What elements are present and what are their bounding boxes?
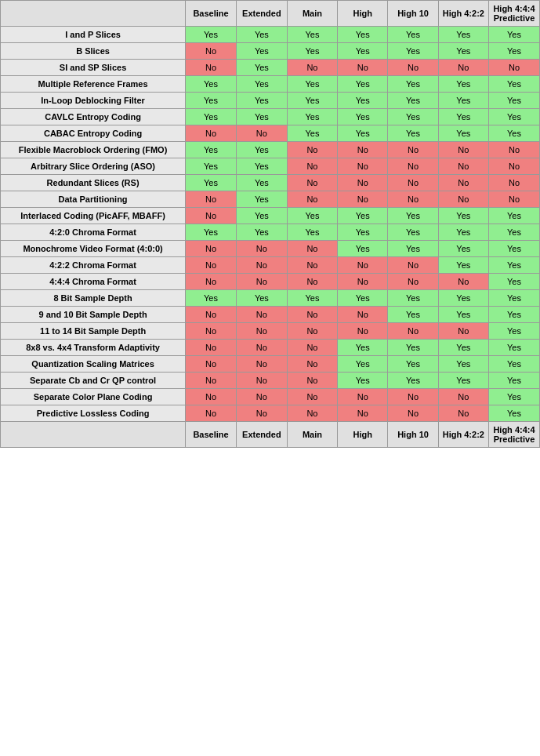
cell-main: No — [287, 257, 337, 274]
cell-high10: Yes — [388, 224, 438, 241]
cell-baseline: No — [186, 241, 237, 257]
table-row: 4:2:2 Chroma FormatNoNoNoNoNoYesYes — [1, 257, 540, 274]
cell-extended: Yes — [236, 76, 287, 93]
cell-high422: Yes — [438, 125, 488, 142]
cell-high: No — [338, 274, 388, 290]
cell-baseline: Yes — [186, 158, 237, 175]
cell-high444p: No — [488, 191, 539, 208]
cell-high10: Yes — [388, 340, 438, 356]
cell-high444p: Yes — [488, 405, 539, 422]
cell-high: Yes — [338, 76, 388, 93]
cell-high: Yes — [338, 290, 388, 307]
feature-label: B Slices — [1, 43, 186, 60]
cell-high10: Yes — [388, 307, 438, 323]
cell-high422: Yes — [438, 109, 488, 125]
header-high422: High 4:2:2 — [438, 1, 488, 27]
cell-extended: Yes — [236, 43, 287, 60]
cell-main: No — [287, 373, 337, 389]
cell-main: Yes — [287, 76, 337, 93]
table-row: Arbitrary Slice Ordering (ASO)YesYesNoNo… — [1, 158, 540, 175]
cell-baseline: No — [186, 125, 237, 142]
cell-high444p: Yes — [488, 27, 539, 43]
cell-main: No — [287, 142, 337, 158]
feature-label: Quantization Scaling Matrices — [1, 356, 186, 373]
cell-high: No — [338, 323, 388, 340]
cell-high: No — [338, 60, 388, 76]
cell-baseline: Yes — [186, 175, 237, 191]
footer-high422: High 4:2:2 — [438, 422, 488, 448]
cell-high10: No — [388, 158, 438, 175]
cell-high444p: Yes — [488, 340, 539, 356]
cell-high422: No — [438, 158, 488, 175]
table-row: 4:2:0 Chroma FormatYesYesYesYesYesYesYes — [1, 224, 540, 241]
cell-extended: Yes — [236, 208, 287, 224]
table-row: 8 Bit Sample DepthYesYesYesYesYesYesYes — [1, 290, 540, 307]
cell-high444p: No — [488, 142, 539, 158]
cell-baseline: No — [186, 60, 237, 76]
footer-extended: Extended — [236, 422, 287, 448]
cell-high422: No — [438, 191, 488, 208]
cell-main: No — [287, 389, 337, 405]
table-row: 11 to 14 Bit Sample DepthNoNoNoNoNoNoYes — [1, 323, 540, 340]
cell-high422: Yes — [438, 43, 488, 60]
cell-extended: Yes — [236, 142, 287, 158]
feature-label: I and P Slices — [1, 27, 186, 43]
cell-high444p: Yes — [488, 109, 539, 125]
cell-extended: No — [236, 257, 287, 274]
cell-baseline: No — [186, 373, 237, 389]
cell-extended: Yes — [236, 60, 287, 76]
table-row: Flexible Macroblock Ordering (FMO)YesYes… — [1, 142, 540, 158]
cell-main: No — [287, 175, 337, 191]
feature-label: Predictive Lossless Coding — [1, 405, 186, 422]
cell-high422: No — [438, 274, 488, 290]
feature-label: CABAC Entropy Coding — [1, 125, 186, 142]
cell-high: Yes — [338, 373, 388, 389]
cell-high422: Yes — [438, 356, 488, 373]
feature-label: 8 Bit Sample Depth — [1, 290, 186, 307]
table-row: Predictive Lossless CodingNoNoNoNoNoNoYe… — [1, 405, 540, 422]
table-row: Monochrome Video Format (4:0:0)NoNoNoYes… — [1, 241, 540, 257]
footer-main: Main — [287, 422, 337, 448]
cell-high422: Yes — [438, 241, 488, 257]
cell-extended: Yes — [236, 175, 287, 191]
cell-extended: No — [236, 405, 287, 422]
cell-main: Yes — [287, 125, 337, 142]
table-row: 4:4:4 Chroma FormatNoNoNoNoNoNoYes — [1, 274, 540, 290]
cell-high444p: Yes — [488, 290, 539, 307]
feature-label: Separate Color Plane Coding — [1, 389, 186, 405]
cell-high422: Yes — [438, 93, 488, 109]
cell-baseline: No — [186, 257, 237, 274]
cell-main: Yes — [287, 93, 337, 109]
feature-label: Data Partitioning — [1, 191, 186, 208]
feature-label: 4:2:0 Chroma Format — [1, 224, 186, 241]
cell-high444p: Yes — [488, 125, 539, 142]
cell-extended: No — [236, 356, 287, 373]
header-feature — [1, 1, 186, 27]
cell-main: No — [287, 241, 337, 257]
table-row: 8x8 vs. 4x4 Transform AdaptivityNoNoNoYe… — [1, 340, 540, 356]
cell-high: Yes — [338, 125, 388, 142]
feature-label: Monochrome Video Format (4:0:0) — [1, 241, 186, 257]
feature-label: Flexible Macroblock Ordering (FMO) — [1, 142, 186, 158]
cell-high422: Yes — [438, 340, 488, 356]
table-row: CAVLC Entropy CodingYesYesYesYesYesYesYe… — [1, 109, 540, 125]
cell-high10: Yes — [388, 290, 438, 307]
table-row: 9 and 10 Bit Sample DepthNoNoNoNoYesYesY… — [1, 307, 540, 323]
cell-extended: Yes — [236, 158, 287, 175]
cell-extended: Yes — [236, 109, 287, 125]
cell-high444p: Yes — [488, 93, 539, 109]
feature-label: 8x8 vs. 4x4 Transform Adaptivity — [1, 340, 186, 356]
footer-row: Baseline Extended Main High High 10 High… — [1, 422, 540, 448]
cell-main: Yes — [287, 109, 337, 125]
cell-main: Yes — [287, 290, 337, 307]
feature-label: Multiple Reference Frames — [1, 76, 186, 93]
cell-high10: Yes — [388, 109, 438, 125]
cell-high10: Yes — [388, 93, 438, 109]
cell-high444p: No — [488, 175, 539, 191]
cell-high444p: Yes — [488, 76, 539, 93]
cell-extended: No — [236, 241, 287, 257]
cell-main: Yes — [287, 43, 337, 60]
cell-high10: Yes — [388, 241, 438, 257]
cell-high: No — [338, 191, 388, 208]
cell-high: No — [338, 405, 388, 422]
